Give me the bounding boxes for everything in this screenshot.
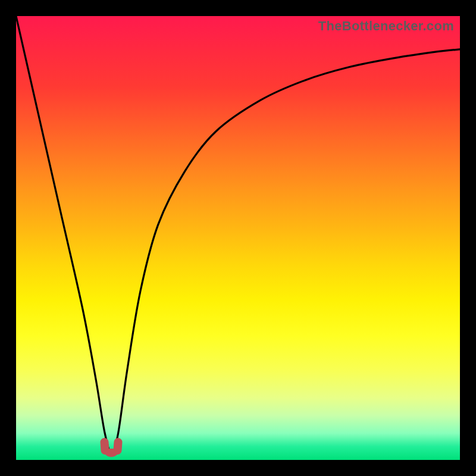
bottleneck-curve	[16, 16, 460, 453]
curve-layer	[16, 16, 460, 460]
marker-bowl	[103, 449, 120, 457]
chart-frame: TheBottlenecker.com	[0, 0, 476, 476]
plot-area: TheBottlenecker.com	[16, 16, 460, 460]
optimum-marker	[101, 438, 122, 456]
